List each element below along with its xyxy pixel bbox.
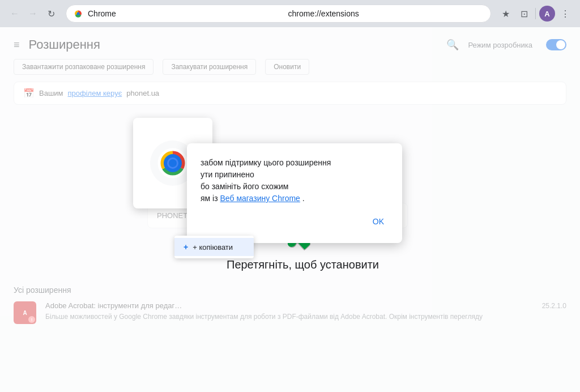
extensions-button[interactable]: ⊡: [516, 6, 532, 22]
toolbar-divider: [535, 8, 536, 19]
bookmark-button[interactable]: ★: [498, 6, 514, 22]
page-content: ≡ Розширення 🔍 Режим розробника Завантаж…: [0, 27, 580, 392]
browser-chrome: ← → ↻ Chrome chrome://extensions ★ ⊡ A ⋮: [0, 0, 580, 27]
drop-zone-text: Перетягніть, щоб установити: [227, 258, 379, 271]
svg-point-2: [77, 12, 80, 15]
toolbar-icons: ★ ⊡ A ⋮: [498, 6, 573, 22]
copy-menu-item[interactable]: + + копіювати: [174, 238, 254, 256]
back-button[interactable]: ←: [7, 6, 23, 22]
browser-name-label: Chrome: [88, 9, 284, 18]
more-button[interactable]: ⋮: [557, 6, 573, 22]
refresh-button[interactable]: ↻: [43, 6, 59, 22]
webstore-link[interactable]: Веб магазину Chrome: [220, 194, 300, 203]
dialog-ok-button[interactable]: OK: [368, 214, 389, 229]
address-bar[interactable]: Chrome chrome://extensions: [66, 5, 491, 23]
profile-avatar-button[interactable]: A: [539, 6, 555, 22]
context-menu: + + копіювати: [174, 236, 254, 258]
svg-point-7: [169, 159, 177, 167]
plus-icon: +: [184, 242, 188, 252]
chrome-favicon: [73, 8, 83, 19]
nav-buttons: ← → ↻: [7, 6, 59, 22]
dialog-footer: OK: [201, 214, 389, 229]
dialog-box: забом підтримку цього розширення ути при…: [187, 143, 402, 243]
address-text: chrome://extensions: [288, 9, 484, 18]
dialog-text: забом підтримку цього розширення ути при…: [201, 157, 389, 204]
forward-button[interactable]: →: [25, 6, 41, 22]
copy-label: + копіювати: [193, 243, 233, 252]
